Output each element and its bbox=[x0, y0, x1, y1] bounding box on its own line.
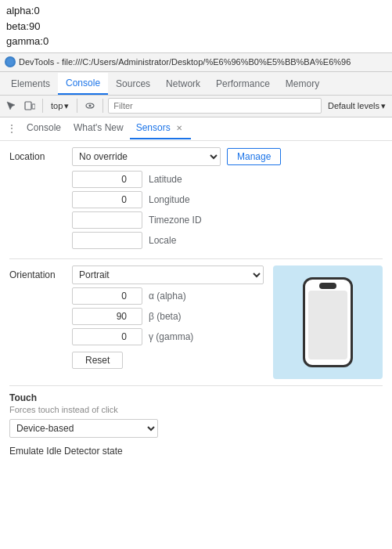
timezone-label: Timezone ID bbox=[149, 215, 202, 226]
touch-select[interactable]: Device-based Force enabled Force disable… bbox=[9, 419, 158, 438]
inspect-icon[interactable] bbox=[3, 98, 19, 114]
coord-fields: Latitude Longitude Timezone ID Locale bbox=[72, 171, 383, 249]
latitude-input[interactable] bbox=[72, 171, 142, 188]
locale-input[interactable] bbox=[72, 232, 142, 249]
devtools-favicon bbox=[5, 56, 16, 67]
gamma-input[interactable] bbox=[72, 328, 142, 345]
timezone-row: Timezone ID bbox=[72, 211, 383, 229]
alpha-row: α (alpha) bbox=[9, 287, 264, 305]
sensors-tab-close[interactable]: ✕ bbox=[174, 122, 185, 133]
page-content: alpha:0 beta:90 gamma:0 bbox=[0, 0, 392, 52]
section-divider-1 bbox=[9, 258, 383, 259]
location-select[interactable]: No override Berlin London Moscow Mountai… bbox=[72, 147, 221, 166]
devtools-panel: DevTools - file:///C:/Users/Administrato… bbox=[0, 52, 392, 463]
tab-elements[interactable]: Elements bbox=[3, 73, 58, 95]
orientation-select[interactable]: Portrait Landscape Portrait Primary Land… bbox=[72, 265, 264, 284]
alpha-input[interactable] bbox=[72, 287, 142, 305]
locale-row: Locale bbox=[72, 232, 383, 249]
manage-button[interactable]: Manage bbox=[227, 148, 281, 165]
sensors-panel: Location No override Berlin London Mosco… bbox=[0, 141, 392, 463]
devtools-titlebar: DevTools - file:///C:/Users/Administrato… bbox=[0, 53, 392, 72]
console-tab-label: Console bbox=[27, 122, 61, 133]
reset-button[interactable]: Reset bbox=[72, 352, 123, 369]
devtools-main-tabs: Elements Console Sources Network Perform… bbox=[0, 72, 392, 96]
toolbar-separator-3 bbox=[102, 99, 103, 113]
toolbar-separator-2 bbox=[77, 99, 77, 113]
beta-axis-label: β (beta) bbox=[149, 311, 196, 322]
longitude-input[interactable] bbox=[72, 191, 142, 208]
default-levels-chevron: ▾ bbox=[381, 101, 386, 111]
touch-section: Touch Forces touch instead of click Devi… bbox=[9, 392, 383, 438]
toolbar-separator-1 bbox=[42, 99, 43, 113]
svg-point-3 bbox=[89, 105, 92, 107]
svg-rect-0 bbox=[25, 102, 31, 110]
gamma-row: γ (gamma) bbox=[9, 328, 264, 345]
timezone-input[interactable] bbox=[72, 211, 142, 229]
tab-network[interactable]: Network bbox=[158, 73, 208, 95]
context-chevron: ▾ bbox=[64, 101, 69, 111]
idle-label: Emulate Idle Detector state bbox=[9, 446, 383, 457]
gamma-value: gamma:0 bbox=[6, 34, 386, 49]
section-divider-2 bbox=[9, 385, 383, 386]
devtools-title: DevTools - file:///C:/Users/Administrato… bbox=[19, 57, 351, 67]
orientation-left: Orientation Portrait Landscape Portrait … bbox=[9, 265, 264, 379]
phone-notch bbox=[319, 283, 336, 289]
tab-memory[interactable]: Memory bbox=[278, 73, 327, 95]
filter-input[interactable] bbox=[108, 98, 322, 114]
default-levels-dropdown[interactable]: Default levels ▾ bbox=[325, 100, 389, 112]
sensors-tab-label: Sensors bbox=[136, 122, 171, 133]
panel-tab-handle[interactable]: ⋮ bbox=[6, 123, 17, 134]
orientation-label: Orientation bbox=[9, 269, 66, 280]
devtools-toolbar: top ▾ Default levels ▾ bbox=[0, 96, 392, 117]
tab-performance[interactable]: Performance bbox=[208, 73, 278, 95]
location-section: Location No override Berlin London Mosco… bbox=[9, 147, 383, 249]
panel-tab-whats-new[interactable]: What's New bbox=[67, 117, 130, 139]
orientation-type-row: Orientation Portrait Landscape Portrait … bbox=[9, 265, 264, 284]
latitude-row: Latitude bbox=[72, 171, 383, 188]
touch-subtitle: Forces touch instead of click bbox=[9, 405, 383, 414]
default-levels-label: Default levels bbox=[328, 101, 379, 110]
whats-new-tab-label: What's New bbox=[74, 122, 124, 133]
svg-rect-1 bbox=[32, 104, 35, 109]
alpha-value: alpha:0 bbox=[6, 3, 386, 19]
gamma-axis-label: γ (gamma) bbox=[149, 331, 196, 342]
longitude-row: Longitude bbox=[72, 191, 383, 208]
beta-row: β (beta) bbox=[9, 308, 264, 325]
alpha-axis-label: α (alpha) bbox=[149, 291, 196, 302]
beta-input[interactable] bbox=[72, 308, 142, 325]
eye-icon[interactable] bbox=[82, 98, 98, 114]
longitude-label: Longitude bbox=[149, 194, 190, 205]
tab-sources[interactable]: Sources bbox=[108, 73, 158, 95]
touch-title: Touch bbox=[9, 392, 383, 403]
orientation-section: Orientation Portrait Landscape Portrait … bbox=[9, 265, 383, 379]
tab-console[interactable]: Console bbox=[58, 73, 108, 95]
device-toggle-icon[interactable] bbox=[22, 98, 38, 114]
panel-tab-sensors[interactable]: Sensors ✕ bbox=[130, 117, 191, 139]
context-dropdown[interactable]: top ▾ bbox=[48, 100, 72, 112]
panel-tab-console[interactable]: Console bbox=[20, 117, 67, 139]
location-label: Location bbox=[9, 151, 66, 162]
phone-visualization bbox=[273, 265, 383, 379]
latitude-label: Latitude bbox=[149, 174, 182, 185]
context-label: top bbox=[51, 101, 63, 110]
location-row: Location No override Berlin London Mosco… bbox=[9, 147, 383, 166]
phone-screen bbox=[308, 291, 347, 359]
beta-value: beta:90 bbox=[6, 19, 386, 34]
phone-body bbox=[303, 277, 353, 367]
panel-tabs: ⋮ Console What's New Sensors ✕ bbox=[0, 117, 392, 141]
locale-label: Locale bbox=[149, 235, 176, 246]
